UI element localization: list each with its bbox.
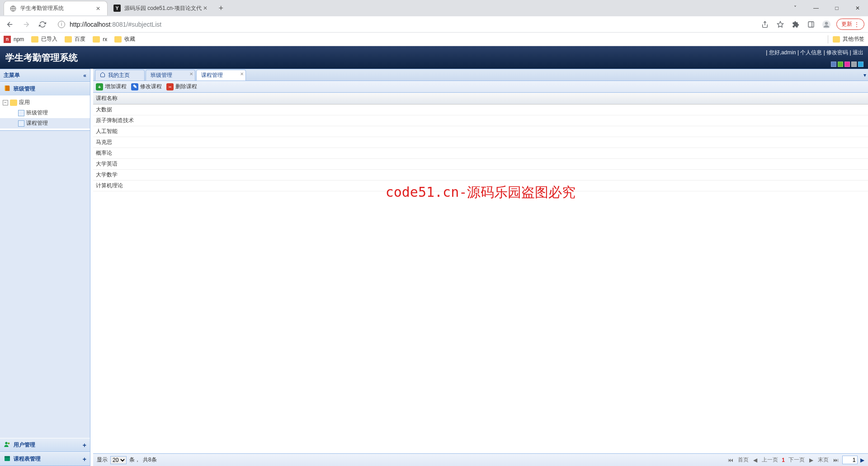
users-icon (4, 441, 11, 449)
sidebar-main-header: 主菜单 « (0, 69, 90, 82)
info-icon[interactable]: i (58, 21, 65, 28)
theme-swatch[interactable] (844, 62, 850, 67)
last-page-button[interactable]: 末页 (817, 456, 830, 464)
table-row[interactable]: 大学英语 (93, 159, 868, 170)
expand-icon[interactable]: + (83, 442, 86, 449)
table-row[interactable]: 大学数学 (93, 170, 868, 181)
tab-label: 我的主页 (108, 71, 130, 79)
profile-icon[interactable] (821, 19, 832, 30)
close-icon[interactable]: ✕ (94, 5, 102, 12)
browser-tab-title: 学生考勤管理系统 (20, 5, 94, 12)
tab-label: 课程管理 (201, 71, 223, 79)
table-row[interactable]: 大数据 (93, 105, 868, 115)
bookmark-other[interactable]: 其他书签 (833, 35, 864, 43)
collapse-icon[interactable]: « (83, 72, 86, 79)
delete-button[interactable]: −删除课程 (166, 83, 197, 90)
forward-button[interactable] (20, 18, 33, 31)
last-page-icon[interactable]: ⏭ (832, 457, 840, 463)
extensions-icon[interactable] (790, 19, 801, 30)
accordion-header[interactable]: 课程表管理 + (0, 452, 90, 466)
close-icon[interactable]: ✕ (189, 71, 193, 76)
next-page-button[interactable]: 下一页 (788, 456, 806, 464)
section-label: 班级管理 (14, 85, 35, 93)
bookmark-npm[interactable]: nnpm (4, 36, 24, 43)
go-page-icon[interactable]: ▶ (860, 457, 864, 463)
table-row[interactable]: 人工智能 (93, 126, 868, 137)
svg-point-6 (5, 442, 7, 444)
table-row[interactable]: 计算机理论 (93, 181, 868, 191)
theme-swatches (831, 62, 863, 67)
url-host: http://localhost (70, 21, 110, 28)
bookmark-item[interactable]: 已导入 (31, 35, 57, 43)
chevron-down-icon[interactable]: ˅ (785, 0, 806, 16)
prev-page-button[interactable]: 上一页 (761, 456, 779, 464)
tab-course[interactable]: 课程管理 ✕ (196, 70, 246, 81)
add-button[interactable]: +增加课程 (96, 83, 127, 90)
profile-link[interactable]: 个人信息 (800, 49, 822, 56)
page-input[interactable] (842, 456, 858, 464)
folder-icon (65, 36, 72, 43)
tab-menu-icon[interactable]: ▾ (863, 72, 866, 78)
reload-button[interactable] (36, 18, 49, 31)
section-label: 课程表管理 (14, 455, 41, 463)
folder-icon (31, 36, 38, 43)
prev-page-icon[interactable]: ◀ (752, 457, 758, 463)
header-links: | 您好,admin | 个人信息 | 修改密码 | 退出 (766, 49, 863, 57)
bookmark-label: npm (14, 36, 24, 43)
browser-tab-active[interactable]: 学生考勤管理系统 ✕ (4, 1, 108, 15)
bookmark-item[interactable]: 百度 (65, 35, 85, 43)
logout-link[interactable]: 退出 (853, 49, 863, 56)
first-page-icon[interactable]: ⏮ (727, 457, 734, 463)
update-button[interactable]: 更新⋮ (836, 19, 864, 30)
tree-node-class[interactable]: 班级管理 (0, 108, 90, 118)
tree-label: 应用 (19, 99, 30, 106)
bookmark-label: 已导入 (41, 35, 57, 43)
first-page-button[interactable]: 首页 (737, 456, 750, 464)
close-icon[interactable]: ✕ (202, 5, 209, 12)
browser-tab-title: 源码乐园 code51.cn-项目论文代 (124, 5, 202, 12)
tree-node-app[interactable]: − 应用 (0, 97, 90, 108)
next-page-icon[interactable]: ▶ (808, 457, 814, 463)
edit-button[interactable]: ✎修改课程 (131, 83, 162, 90)
grid-header[interactable]: 课程名称 (93, 93, 868, 105)
edit-icon: ✎ (131, 83, 138, 90)
tab-class[interactable]: 班级管理 ✕ (146, 70, 195, 81)
close-icon[interactable]: ✕ (240, 71, 244, 76)
theme-swatch[interactable] (851, 62, 857, 67)
button-label: 增加课程 (105, 83, 127, 90)
back-button[interactable] (4, 18, 16, 31)
maximize-button[interactable]: □ (826, 0, 847, 16)
bookmark-item[interactable]: 收藏 (114, 35, 135, 43)
share-icon[interactable] (760, 19, 770, 30)
pager-unit-label: 条， (129, 456, 140, 464)
theme-swatch[interactable] (858, 62, 863, 67)
url-input[interactable]: i http://localhost:8081/#subjectList (52, 18, 756, 31)
changepw-link[interactable]: 修改密码 (826, 49, 848, 56)
accordion-header[interactable]: 班级管理 (0, 82, 90, 95)
tree-collapse-icon[interactable]: − (3, 100, 8, 105)
bookmark-label: rx (103, 36, 107, 43)
tab-home[interactable]: 我的主页 (95, 70, 145, 81)
close-button[interactable]: ✕ (847, 0, 868, 16)
new-tab-button[interactable]: + (215, 2, 227, 14)
star-icon[interactable] (775, 19, 786, 30)
expand-icon[interactable]: + (83, 456, 86, 463)
url-port: :8081 (110, 21, 126, 28)
minimize-button[interactable]: — (806, 0, 826, 16)
browser-tab-inactive[interactable]: Y 源码乐园 code51.cn-项目论文代 ✕ (108, 1, 215, 15)
add-icon: + (96, 83, 103, 90)
tree-node-course[interactable]: 课程管理 (0, 118, 90, 128)
sidepanel-icon[interactable] (806, 19, 816, 30)
svg-point-5 (825, 22, 828, 25)
svg-rect-9 (5, 456, 10, 457)
greeting-text: 您好,admin (769, 49, 796, 56)
theme-swatch[interactable] (831, 62, 836, 67)
table-row[interactable]: 概率论 (93, 148, 868, 159)
table-row[interactable]: 马克思 (93, 137, 868, 148)
bookmark-item[interactable]: rx (93, 36, 107, 43)
accordion-header[interactable]: 用户管理 + (0, 438, 90, 452)
address-bar: i http://localhost:8081/#subjectList 更新⋮ (0, 16, 868, 33)
theme-swatch[interactable] (838, 62, 843, 67)
table-row[interactable]: 原子弹制造技术 (93, 115, 868, 126)
page-size-select[interactable]: 20 (110, 456, 127, 464)
